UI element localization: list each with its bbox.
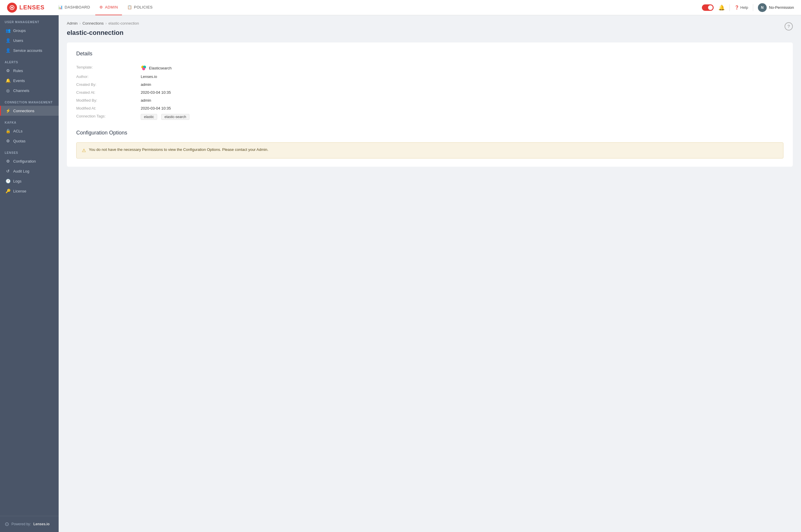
breadcrumb-admin[interactable]: Admin [67, 21, 78, 25]
connections-icon: ⚡ [5, 108, 10, 113]
sidebar-item-users[interactable]: 👤 Users [0, 35, 59, 45]
sidebar-footer-icon: ⊙ [5, 521, 9, 527]
warning-box: ⚠ You do not have the necessary Permissi… [76, 142, 783, 158]
sidebar-footer: ⊙ Powered by: Lenses.io [0, 516, 59, 532]
elasticsearch-icon [141, 65, 147, 71]
sidebar-item-events[interactable]: 🔔 Events [0, 76, 59, 86]
connection-tags-label: Connection Tags: [76, 112, 141, 121]
sidebar-section-lenses: LENSES [0, 146, 59, 156]
sidebar-section-kafka: KAFKA [0, 116, 59, 126]
sidebar-item-logs[interactable]: 🕐 Logs [0, 176, 59, 186]
main-content: Admin › Connections › elastic-connection… [59, 15, 801, 532]
warning-text: You do not have the necessary Permission… [89, 147, 268, 153]
help-circle-icon: ❓ [734, 5, 739, 10]
details-grid: Template: Elasticsearch Author: Le [76, 63, 783, 121]
admin-icon: ⚙ [99, 5, 103, 10]
breadcrumb-connections[interactable]: Connections [83, 21, 104, 25]
user-name: No-Permission [769, 5, 794, 10]
sidebar-item-configuration[interactable]: ⚙ Configuration [0, 156, 59, 166]
rules-icon: ⚙ [5, 68, 10, 73]
sidebar-section-alerts: ALERTS [0, 55, 59, 65]
warning-icon: ⚠ [82, 147, 86, 154]
author-label: Author: [76, 73, 141, 80]
nav-policies[interactable]: 📋 POLICIES [123, 0, 157, 15]
modified-at-label: Modified At: [76, 104, 141, 112]
logo-text: LENSES [19, 4, 44, 11]
sidebar-section-user-management: USER MANAGEMENT [0, 15, 59, 25]
top-navigation: LENSES 📊 DASHBOARD ⚙ ADMIN 📋 POLICIES 🔔 … [0, 0, 801, 15]
topnav-right: 🔔 ❓ Help N No-Permission [702, 3, 794, 12]
logo[interactable]: LENSES [7, 3, 44, 13]
nav-links: 📊 DASHBOARD ⚙ ADMIN 📋 POLICIES [54, 0, 702, 15]
page-help-button[interactable]: ? [785, 22, 793, 31]
tag-elastic: elastic [141, 114, 157, 120]
nav-divider [729, 4, 730, 11]
sidebar-item-audit-log[interactable]: ↺ Audit Log [0, 166, 59, 176]
notifications-icon[interactable]: 🔔 [718, 4, 725, 11]
modified-by-value: admin [141, 96, 783, 104]
sidebar-section-connection-management: CONNECTION MANAGEMENT [0, 95, 59, 106]
sidebar-item-channels[interactable]: ◎ Channels [0, 86, 59, 95]
config-section: Configuration Options ⚠ You do not have … [76, 130, 783, 158]
sidebar-item-service-accounts[interactable]: 👤 Service accounts [0, 45, 59, 55]
acls-icon: 🔒 [5, 129, 10, 133]
details-title: Details [76, 51, 783, 57]
page-title: elastic-connection [67, 29, 139, 37]
sidebar-item-license[interactable]: 🔑 License [0, 186, 59, 196]
users-icon: 👤 [5, 38, 10, 43]
details-card: Details Template: Elasticsearch [67, 42, 793, 167]
policies-icon: 📋 [127, 5, 132, 10]
service-accounts-icon: 👤 [5, 48, 10, 53]
sidebar-footer-brand: Lenses.io [33, 522, 50, 526]
author-value: Lenses.io [141, 73, 783, 80]
sidebar-item-quotas[interactable]: ⚙ Quotas [0, 136, 59, 146]
logs-icon: 🕐 [5, 179, 10, 184]
nav-dashboard[interactable]: 📊 DASHBOARD [54, 0, 94, 15]
quotas-icon: ⚙ [5, 138, 10, 143]
modified-by-label: Modified By: [76, 96, 141, 104]
created-by-label: Created By: [76, 80, 141, 89]
breadcrumb: Admin › Connections › elastic-connection [67, 21, 139, 25]
theme-toggle[interactable] [702, 4, 714, 11]
svg-point-1 [11, 7, 13, 8]
help-link[interactable]: ❓ Help [734, 5, 748, 10]
created-by-value: admin [141, 80, 783, 89]
user-avatar: N [758, 3, 767, 12]
breadcrumb-current: elastic-connection [108, 21, 139, 25]
sidebar-item-groups[interactable]: 👥 Groups [0, 25, 59, 35]
dashboard-icon: 📊 [58, 5, 63, 10]
groups-icon: 👥 [5, 28, 10, 33]
created-at-value: 2020-03-04 10:35 [141, 89, 783, 96]
template-value: Elasticsearch [141, 63, 783, 73]
nav-divider-2 [753, 4, 753, 11]
svg-point-4 [142, 68, 145, 70]
logo-icon [7, 3, 17, 13]
config-title: Configuration Options [76, 130, 783, 136]
channels-icon: ◎ [5, 88, 10, 93]
template-label: Template: [76, 63, 141, 73]
sidebar-item-rules[interactable]: ⚙ Rules [0, 65, 59, 76]
modified-at-value: 2020-03-04 10:35 [141, 104, 783, 112]
tag-elastic-search: elastic-search [161, 114, 189, 120]
nav-admin[interactable]: ⚙ ADMIN [95, 0, 122, 15]
sidebar-item-connections[interactable]: ⚡ Connections [0, 106, 59, 116]
license-icon: 🔑 [5, 189, 10, 193]
created-at-label: Created At: [76, 89, 141, 96]
configuration-icon: ⚙ [5, 159, 10, 164]
sidebar-item-acls[interactable]: 🔒 ACLs [0, 126, 59, 136]
sidebar: USER MANAGEMENT 👥 Groups 👤 Users 👤 Servi… [0, 15, 59, 532]
connection-tags-value: elastic elastic-search [141, 112, 783, 121]
events-icon: 🔔 [5, 78, 10, 83]
audit-log-icon: ↺ [5, 169, 10, 173]
user-menu[interactable]: N No-Permission [758, 3, 794, 12]
